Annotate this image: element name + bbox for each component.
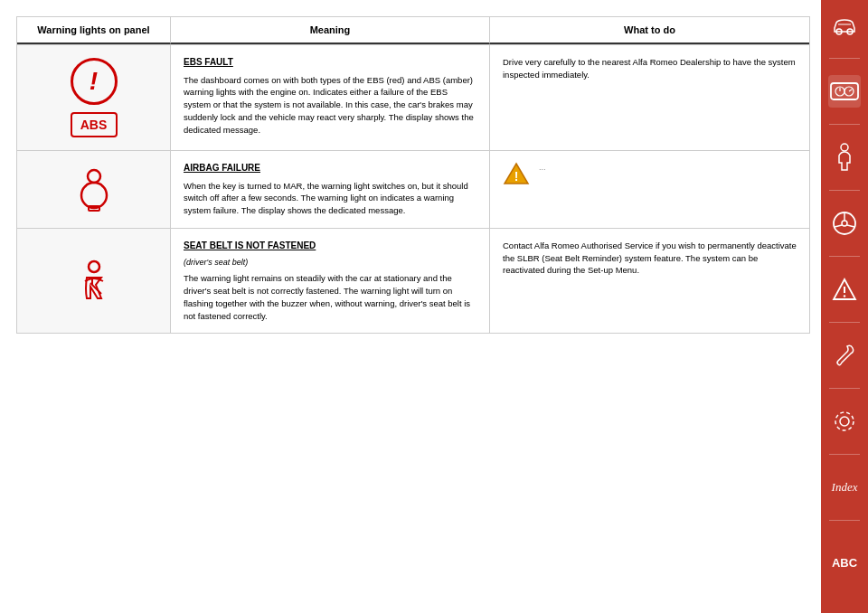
svg-point-20	[842, 221, 847, 226]
sidebar-divider	[829, 520, 860, 521]
meaning-cell-airbag: AIRBAG FAILURE When the key is turned to…	[171, 151, 490, 228]
sidebar-divider	[829, 124, 860, 125]
svg-line-3	[85, 184, 88, 187]
what-cell-ebs: Drive very carefully to the nearest Alfa…	[490, 45, 809, 150]
airbag-what-text: ...	[539, 162, 546, 174]
sidebar-divider	[829, 388, 860, 389]
warning-table: Warning lights on panel Meaning What to …	[16, 16, 810, 334]
icon-cell-seatbelt	[17, 229, 171, 334]
svg-point-27	[840, 417, 849, 426]
svg-text:!: !	[514, 169, 519, 184]
table-row: SEAT BELT IS NOT FASTENED (driver's seat…	[17, 228, 809, 334]
sidebar-triangle-icon[interactable]	[828, 273, 861, 306]
svg-point-28	[835, 412, 854, 430]
svg-point-26	[844, 295, 845, 297]
abs-badge-icon: ABS	[71, 112, 118, 137]
svg-point-9	[89, 261, 99, 272]
sidebar-instrument-icon[interactable]	[828, 75, 861, 108]
what-cell-airbag: ! ...	[490, 151, 809, 228]
sidebar-steering-icon[interactable]	[828, 207, 861, 240]
index-label: Index	[832, 480, 858, 495]
sidebar-car-icon[interactable]	[828, 9, 861, 42]
sidebar-divider	[829, 454, 860, 455]
svg-point-18	[841, 144, 848, 151]
sidebar-person-icon[interactable]	[828, 141, 861, 174]
svg-line-17	[849, 90, 852, 91]
svg-line-22	[835, 225, 842, 227]
col-header-what: What to do	[490, 17, 809, 44]
icon-cell-airbag	[17, 151, 171, 228]
airbag-title: AIRBAG FAILURE	[184, 162, 476, 175]
warning-exclamation-icon: !	[71, 58, 118, 105]
table-row: ! ABS EBS FAULT The dashboard comes on w…	[17, 44, 809, 150]
svg-line-4	[100, 184, 103, 187]
seatbelt-title: SEAT BELT IS NOT FASTENED	[184, 240, 476, 253]
ebs-what: Drive very carefully to the nearest Alfa…	[503, 57, 796, 80]
sidebar-divider	[829, 322, 860, 323]
airbag-icon	[69, 164, 119, 214]
meaning-cell-seatbelt: SEAT BELT IS NOT FASTENED (driver's seat…	[171, 229, 490, 334]
sidebar-divider	[829, 190, 860, 191]
warning-triangle-icon: !	[503, 162, 530, 185]
table-row: AIRBAG FAILURE When the key is turned to…	[17, 150, 809, 228]
svg-point-0	[88, 170, 100, 183]
what-cell-seatbelt: Contact Alfa Romeo Authorised Service if…	[490, 229, 809, 334]
sidebar-wrench-icon[interactable]	[828, 339, 861, 372]
main-content: Warning lights on panel Meaning What to …	[0, 0, 821, 613]
sidebar-abc-icon[interactable]: ABC	[828, 537, 861, 570]
abc-label: ABC	[832, 556, 857, 570]
sidebar-divider	[829, 256, 860, 257]
seatbelt-icon	[71, 258, 118, 305]
meaning-cell-ebs: EBS FAULT The dashboard comes on with bo…	[171, 45, 490, 150]
ebs-meaning: The dashboard comes on with both types o…	[184, 75, 474, 135]
airbag-meaning: When the key is turned to MAR, the warni…	[184, 181, 468, 216]
sidebar-index-icon[interactable]: Index	[828, 471, 861, 504]
sidebar-divider	[829, 58, 860, 59]
sidebar-gear-icon[interactable]	[828, 405, 861, 438]
seatbelt-subtitle: (driver's seat belt)	[184, 257, 476, 269]
col-header-meaning: Meaning	[171, 17, 490, 44]
seatbelt-what: Contact Alfa Romeo Authorised Service if…	[503, 240, 797, 276]
svg-line-23	[847, 225, 854, 227]
airbag-what-content: ! ...	[503, 162, 797, 185]
seatbelt-meaning: The warning light remains on steadily wi…	[184, 273, 470, 320]
icon-cell-ebs: ! ABS	[17, 45, 171, 150]
ebs-title: EBS FAULT	[184, 56, 476, 70]
col-header-lights: Warning lights on panel	[17, 17, 171, 44]
right-sidebar: Index ABC	[821, 0, 868, 613]
table-header: Warning lights on panel Meaning What to …	[17, 17, 809, 44]
